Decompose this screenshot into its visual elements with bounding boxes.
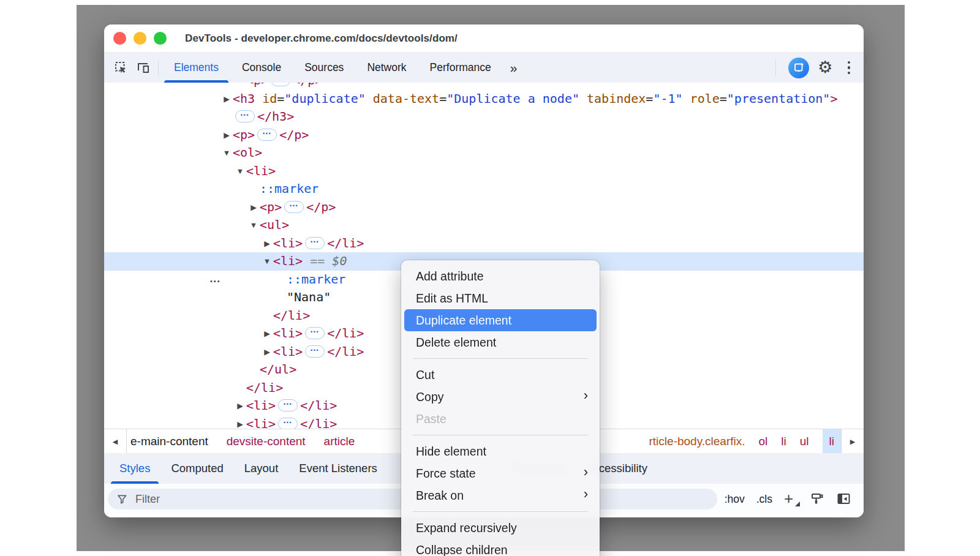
collapsed-content-pill-icon[interactable] — [305, 327, 325, 339]
menu-item-break-on[interactable]: Break on› — [404, 484, 597, 506]
menu-item-expand-recursively[interactable]: Expand recursively — [404, 517, 597, 539]
breadcrumb-right-group: rticle-body.clearfix.olliulli — [649, 429, 841, 454]
menu-item-hide-element[interactable]: Hide element — [404, 440, 597, 462]
menu-item-collapse-children[interactable]: Collapse children — [404, 539, 597, 556]
menu-item-cut[interactable]: Cut — [404, 364, 597, 386]
minimize-button[interactable] — [134, 32, 146, 45]
breadcrumb-item[interactable]: li — [823, 429, 841, 454]
code-tag: </li> — [327, 326, 364, 340]
collapsed-content-pill-icon[interactable] — [305, 345, 325, 358]
close-button[interactable] — [113, 32, 126, 45]
code-tag: <p> — [246, 83, 268, 88]
code-plain: "Nana" — [287, 290, 331, 304]
menu-item-label: Break on — [416, 489, 464, 503]
dom-tree-row[interactable]: ▶<h3 id="duplicate" data-text="Duplicate… — [104, 90, 864, 108]
ai-assistance-icon[interactable] — [788, 58, 809, 78]
expand-arrow-right-icon[interactable]: ▶ — [247, 199, 260, 217]
collapsed-content-pill-icon[interactable] — [278, 418, 298, 429]
toolbar-divider — [158, 60, 159, 76]
breadcrumb-item[interactable]: e-main-content — [130, 435, 208, 448]
collapsed-content-pill-icon[interactable] — [278, 399, 298, 411]
code-attr: tabindex — [579, 91, 646, 106]
dom-tree-row[interactable]: ::marker — [104, 180, 864, 198]
tab-sources[interactable]: Sources — [293, 53, 355, 83]
more-options-icon[interactable] — [842, 59, 857, 77]
dom-tree-row[interactable]: ▼<ol> — [104, 144, 864, 162]
expand-arrow-right-icon[interactable]: ▶ — [261, 325, 273, 344]
device-toolbar-icon[interactable] — [132, 57, 154, 79]
breadcrumb-prev-icon[interactable]: ◀ — [104, 429, 127, 454]
expand-arrow-right-icon[interactable]: ▶ — [234, 416, 246, 429]
code-dollar: $0 — [332, 254, 347, 268]
tab-event-listeners[interactable]: Event Listeners — [288, 453, 388, 484]
tab-styles[interactable]: Styles — [109, 453, 160, 484]
breadcrumb-item[interactable]: article — [324, 435, 355, 448]
code-tag: </p> — [293, 83, 322, 88]
filter-funnel-icon — [116, 494, 128, 505]
screenshot-page: DevTools - developer.chrome.com/docs/dev… — [0, 0, 980, 556]
toggle-element-state-button[interactable]: :hov — [725, 493, 745, 506]
expand-arrow-right-icon[interactable]: ▶ — [234, 397, 246, 416]
code-attr: data-text — [366, 91, 439, 106]
more-tabs-button[interactable]: » — [503, 61, 525, 75]
tab-layout[interactable]: Layout — [234, 453, 289, 484]
zoom-button[interactable] — [154, 32, 167, 45]
breadcrumb-item[interactable]: li — [781, 429, 786, 454]
toolbar-divider-right — [775, 60, 776, 76]
menu-item-copy[interactable]: Copy› — [404, 386, 597, 408]
collapsed-content-pill-icon[interactable] — [235, 110, 255, 122]
tab-performance[interactable]: Performance — [418, 53, 503, 83]
code-tag: <li> — [273, 344, 303, 359]
code-tag: <li> — [246, 416, 276, 429]
menu-item-force-state[interactable]: Force state› — [404, 462, 597, 484]
dom-tree-row[interactable]: ▶<p></p> — [104, 126, 864, 145]
collapsed-content-pill-icon[interactable] — [305, 237, 325, 249]
expand-arrow-down-icon[interactable]: ▼ — [234, 163, 246, 181]
inspect-element-icon[interactable] — [110, 57, 132, 79]
menu-separator — [413, 358, 588, 359]
expand-arrow-down-icon[interactable]: ▼ — [247, 217, 260, 235]
breadcrumb-next-icon[interactable]: ▶ — [841, 429, 864, 454]
expand-arrow-down-icon[interactable]: ▼ — [221, 145, 233, 163]
toggle-sidebar-icon[interactable] — [837, 492, 851, 506]
expand-arrow-right-icon[interactable]: ▶ — [261, 235, 273, 254]
expand-arrow-right-icon[interactable]: ▶ — [221, 127, 233, 145]
breadcrumb-item[interactable]: ul — [800, 429, 809, 454]
menu-item-delete-element[interactable]: Delete element — [404, 331, 597, 353]
collapsed-content-pill-icon[interactable] — [271, 83, 290, 86]
row-overflow-menu-icon[interactable]: ••• — [210, 277, 221, 285]
tab-console[interactable]: Console — [230, 53, 293, 83]
menu-item-duplicate-element[interactable]: Duplicate element — [404, 309, 597, 331]
code-p: = — [439, 91, 447, 106]
breadcrumb-item[interactable]: ol — [759, 429, 768, 454]
menu-item-add-attribute[interactable]: Add attribute — [404, 265, 597, 287]
collapsed-content-pill-icon[interactable] — [284, 201, 304, 213]
settings-gear-icon[interactable]: ⚙ — [818, 59, 832, 76]
dom-tree-row[interactable]: <p></p> — [104, 83, 864, 90]
dom-tree-row[interactable]: ▼<ul> — [104, 216, 864, 235]
code-tag: <ol> — [233, 145, 262, 160]
new-style-rule-icon[interactable]: + — [784, 492, 799, 506]
dom-tree-row[interactable]: </h3> — [104, 108, 864, 126]
expand-arrow-right-icon[interactable]: ▶ — [221, 91, 233, 109]
element-classes-button[interactable]: .cls — [756, 493, 772, 506]
window-title: DevTools - developer.chrome.com/docs/dev… — [185, 32, 458, 45]
code-val: "-1" — [653, 91, 682, 106]
dom-tree-row[interactable]: ▶<li></li> — [104, 235, 864, 253]
code-tag: <li> — [273, 236, 303, 250]
dom-tree-row[interactable]: ▼<li> — [104, 162, 864, 181]
menu-item-edit-as-html[interactable]: Edit as HTML — [404, 287, 597, 309]
panel-tabs: ElementsConsoleSourcesNetworkPerformance — [162, 53, 503, 83]
expand-arrow-down-icon[interactable]: ▼ — [261, 253, 273, 271]
breadcrumb-item[interactable]: rticle-body.clearfix. — [649, 429, 745, 454]
rendering-brush-icon[interactable] — [810, 492, 825, 506]
tab-computed[interactable]: Computed — [160, 453, 233, 484]
code-tag: </h3> — [257, 109, 294, 124]
tab-elements[interactable]: Elements — [162, 53, 230, 83]
breadcrumb-item[interactable]: devsite-content — [227, 435, 306, 448]
dom-tree-row[interactable]: ▶<p></p> — [104, 198, 864, 217]
tab-network[interactable]: Network — [355, 53, 418, 83]
code-plain — [325, 254, 332, 268]
expand-arrow-right-icon[interactable]: ▶ — [261, 344, 273, 362]
collapsed-content-pill-icon[interactable] — [257, 129, 277, 141]
